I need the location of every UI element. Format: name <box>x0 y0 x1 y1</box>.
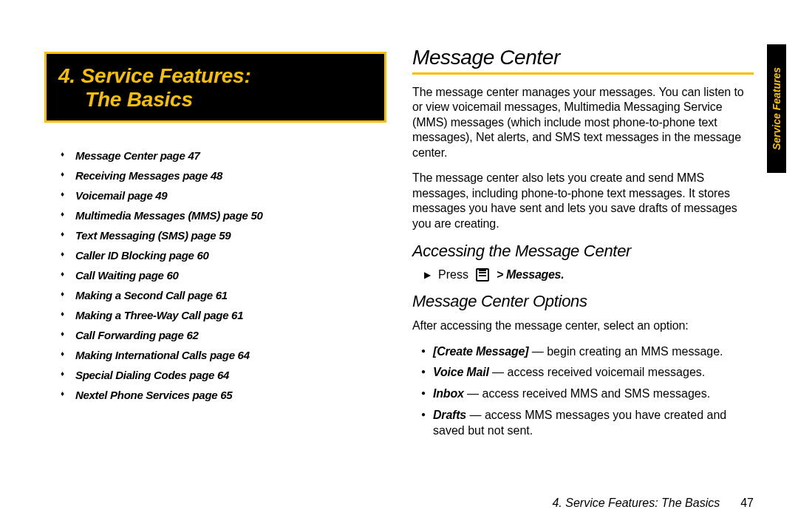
toc-item: Receiving Messages page 48 <box>65 169 386 189</box>
section-heading: Message Center <box>412 46 754 69</box>
toc-item: Making a Second Call page 61 <box>65 289 386 309</box>
step-text-press: Press <box>438 268 468 282</box>
subsection-heading: Message Center Options <box>412 292 754 311</box>
instruction-step: ▶ Press > Messages. <box>424 268 754 282</box>
toc-item: Message Center page 47 <box>65 149 386 169</box>
toc-item: Call Forwarding page 62 <box>65 329 386 349</box>
toc-item: Multimedia Messages (MMS) page 50 <box>65 209 386 229</box>
menu-key-icon <box>476 268 489 282</box>
toc-item: Nextel Phone Services page 65 <box>65 389 386 409</box>
option-term: Inbox <box>433 387 464 400</box>
options-list: [Create Message] — begin creating an MMS… <box>412 344 754 445</box>
body-paragraph: The message center also lets you create … <box>412 171 754 231</box>
document-page: 4. Service Features: The Basics Message … <box>0 0 798 532</box>
right-column: Message Center The message center manage… <box>412 46 754 502</box>
option-desc: — begin creating an MMS message. <box>528 345 723 358</box>
option-desc: — access MMS messages you have created a… <box>433 409 726 437</box>
body-paragraph: The message center manages your messages… <box>412 85 754 160</box>
step-text-messages: > Messages. <box>497 268 564 282</box>
toc-item: Special Dialing Codes page 64 <box>65 369 386 389</box>
page-footer: 4. Service Features: The Basics 47 <box>552 497 754 510</box>
option-term: Voice Mail <box>433 366 489 378</box>
option-term: Drafts <box>433 409 466 421</box>
toc-item: Text Messaging (SMS) page 59 <box>65 229 386 249</box>
heading-rule <box>412 72 754 75</box>
footer-title: 4. Service Features: The Basics <box>552 497 720 510</box>
body-paragraph: After accessing the message center, sele… <box>412 318 754 333</box>
toc-item: Making International Calls page 64 <box>65 349 386 369</box>
page-number: 47 <box>740 497 754 510</box>
toc-item: Voicemail page 49 <box>65 189 386 209</box>
chapter-title-line2: The Basics <box>58 88 372 112</box>
option-desc: — access received voicemail messages. <box>489 366 706 378</box>
option-item: Inbox — access received MMS and SMS mess… <box>421 386 754 408</box>
side-tab: Service Features <box>767 44 786 173</box>
toc-item: Making a Three-Way Call page 61 <box>65 309 386 329</box>
toc-item: Caller ID Blocking page 60 <box>65 249 386 269</box>
option-desc: — access received MMS and SMS messages. <box>464 387 710 400</box>
option-item: [Create Message] — begin creating an MMS… <box>421 344 754 366</box>
toc-list: Message Center page 47 Receiving Message… <box>44 149 386 409</box>
side-tab-label: Service Features <box>771 67 782 150</box>
chapter-title-box: 4. Service Features: The Basics <box>44 52 386 123</box>
toc-item: Call Waiting page 60 <box>65 269 386 289</box>
play-marker-icon: ▶ <box>424 270 431 279</box>
chapter-title-line1: 4. Service Features: <box>58 64 372 88</box>
option-term: [Create Message] <box>433 345 528 358</box>
option-item: Drafts — access MMS messages you have cr… <box>421 408 754 445</box>
option-item: Voice Mail — access received voicemail m… <box>421 365 754 386</box>
left-column: 4. Service Features: The Basics Message … <box>44 46 386 502</box>
subsection-heading: Accessing the Message Center <box>412 242 754 261</box>
